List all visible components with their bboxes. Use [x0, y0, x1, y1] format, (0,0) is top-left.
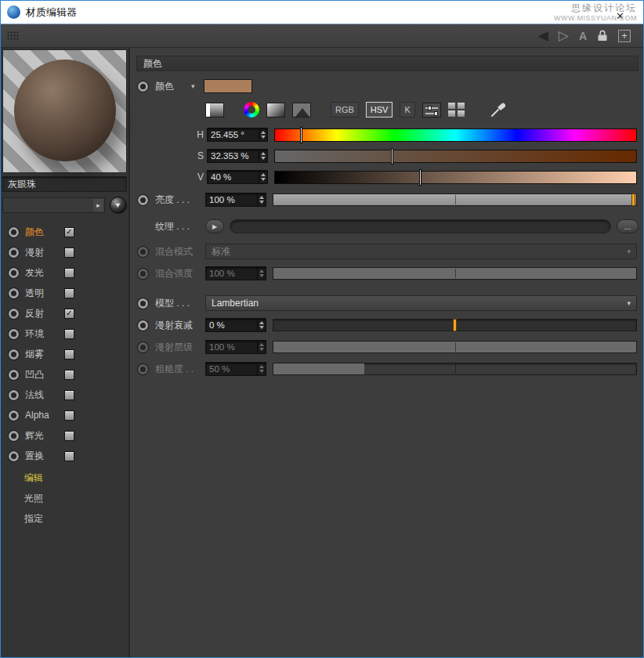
forward-arrow-icon[interactable]: ▷	[559, 29, 569, 42]
spinner[interactable]	[259, 171, 267, 183]
sidebar-item-assign[interactable]: 指定	[2, 508, 127, 529]
channel-state-icon[interactable]	[9, 349, 19, 360]
close-button[interactable]: ✕	[616, 11, 624, 21]
gradient-icon[interactable]	[266, 103, 285, 118]
brightness-value[interactable]: 100 %	[206, 193, 257, 206]
channel-state-icon[interactable]	[9, 248, 19, 258]
channel-state-icon[interactable]	[9, 390, 19, 400]
saturation-value-field[interactable]: 32.353 %	[207, 149, 268, 163]
sidebar-item-environment[interactable]: 环境	[25, 327, 64, 341]
channel-checkbox[interactable]: ✓	[64, 309, 74, 319]
channel-checkbox[interactable]	[64, 288, 74, 298]
chevron-down-icon[interactable]: ▾	[191, 82, 204, 90]
value-slider[interactable]	[274, 171, 637, 184]
material-name-input[interactable]	[2, 176, 127, 192]
brightness-radio[interactable]	[138, 195, 148, 205]
material-sphere[interactable]	[14, 60, 116, 161]
channel-state-icon[interactable]	[9, 431, 19, 441]
channel-checkbox[interactable]	[64, 349, 74, 360]
channel-checkbox[interactable]: ✓	[64, 227, 74, 237]
value-value-field[interactable]: 40 %	[207, 170, 268, 184]
model-dropdown[interactable]: Lambertian ▾	[205, 295, 637, 311]
spinner-down-icon[interactable]	[258, 200, 266, 206]
add-button[interactable]: +	[618, 30, 631, 42]
sidebar-item-reflectance[interactable]: 反射	[25, 307, 64, 320]
hue-value-field[interactable]: 25.455 °	[207, 128, 268, 142]
hue-slider[interactable]	[274, 128, 637, 142]
channel-checkbox[interactable]	[64, 268, 74, 278]
section-color-header[interactable]: 颜色	[136, 56, 639, 71]
toolbar-grip[interactable]	[7, 31, 19, 40]
spinner-up-icon[interactable]	[259, 128, 267, 135]
texture-expand-button[interactable]: ▶	[205, 219, 224, 233]
sidebar-item-color[interactable]: 颜色	[25, 226, 64, 239]
channel-state-icon[interactable]	[9, 309, 19, 319]
lock-icon[interactable]	[597, 30, 608, 42]
eyedropper-icon[interactable]	[490, 102, 508, 118]
sliders-icon[interactable]	[422, 103, 441, 118]
hsv-mode-button[interactable]: HSV	[366, 102, 393, 118]
saturation-value[interactable]: 32.353 %	[208, 150, 259, 162]
sidebar-item-alpha[interactable]: Alpha	[25, 410, 64, 421]
spinner[interactable]	[257, 319, 266, 331]
channel-state-icon[interactable]	[9, 329, 19, 339]
spinner[interactable]	[259, 128, 267, 141]
channel-state-icon[interactable]	[9, 227, 19, 237]
titlebar[interactable]: 材质编辑器 思缘设计论坛 www.missyuan.com ✕	[1, 1, 643, 24]
diffuse-falloff-value-field[interactable]: 0 %	[205, 318, 266, 332]
diffuse-falloff-value[interactable]: 0 %	[206, 319, 257, 331]
sidebar-item-illumination[interactable]: 光照	[2, 488, 127, 508]
color-wheel-icon[interactable]	[244, 102, 259, 118]
model-radio[interactable]	[138, 298, 148, 309]
channel-state-icon[interactable]	[9, 288, 19, 298]
hue-slider-handle[interactable]	[300, 127, 302, 143]
channel-checkbox[interactable]	[64, 329, 74, 339]
sidebar-item-bump[interactable]: 凹凸	[25, 368, 64, 381]
channel-checkbox[interactable]	[64, 451, 74, 461]
spinner-down-icon[interactable]	[259, 156, 267, 162]
sidebar-item-luminance[interactable]: 发光	[25, 266, 64, 280]
spinner-up-icon[interactable]	[259, 150, 267, 156]
diffuse-falloff-radio[interactable]	[138, 320, 148, 331]
channel-state-icon[interactable]	[9, 268, 19, 278]
k-mode-button[interactable]: K	[400, 102, 414, 118]
spinner[interactable]	[257, 193, 266, 206]
font-button[interactable]: A	[579, 31, 587, 42]
brightness-slider[interactable]	[273, 193, 637, 206]
diffuse-falloff-slider-handle[interactable]	[453, 319, 457, 331]
channel-checkbox[interactable]	[64, 410, 74, 421]
sidebar-item-diffusion[interactable]: 漫射	[25, 246, 64, 259]
spinner-up-icon[interactable]	[258, 193, 266, 200]
preview-options-button[interactable]: ➤	[110, 197, 127, 214]
spinner-down-icon[interactable]	[259, 135, 267, 141]
sidebar-item-transparency[interactable]: 透明	[25, 287, 64, 300]
channel-checkbox[interactable]	[64, 370, 74, 380]
channel-checkbox[interactable]	[64, 248, 74, 258]
brightness-slider-handle[interactable]	[631, 193, 635, 206]
back-arrow-icon[interactable]: ◀	[538, 29, 548, 42]
preview-type-dropdown[interactable]: ▸	[2, 197, 105, 213]
value-slider-handle[interactable]	[419, 169, 421, 186]
value-value[interactable]: 40 %	[208, 171, 259, 183]
hue-value[interactable]: 25.455 °	[208, 128, 259, 141]
spinner-down-icon[interactable]	[258, 325, 266, 331]
color-enable-radio[interactable]	[138, 81, 148, 92]
texture-browse-button[interactable]: ...	[617, 219, 639, 233]
spinner-up-icon[interactable]	[259, 171, 267, 177]
channel-state-icon[interactable]	[9, 451, 19, 461]
channel-state-icon[interactable]	[9, 410, 19, 421]
sidebar-item-displacement[interactable]: 置换	[25, 450, 64, 463]
sidebar-item-glow[interactable]: 辉光	[25, 429, 64, 443]
material-preview[interactable]	[2, 49, 127, 173]
channel-checkbox[interactable]	[64, 431, 74, 441]
diffuse-falloff-slider[interactable]	[273, 319, 637, 331]
spinner[interactable]	[259, 150, 267, 162]
spinner-down-icon[interactable]	[259, 177, 267, 183]
saturation-slider-handle[interactable]	[391, 148, 393, 164]
texture-path-field[interactable]	[230, 219, 611, 233]
compact-picker-icon[interactable]	[205, 103, 224, 118]
channel-state-icon[interactable]	[9, 370, 19, 380]
channel-checkbox[interactable]	[64, 390, 74, 400]
saturation-slider[interactable]	[274, 150, 637, 163]
sidebar-item-normal[interactable]: 法线	[25, 389, 64, 402]
